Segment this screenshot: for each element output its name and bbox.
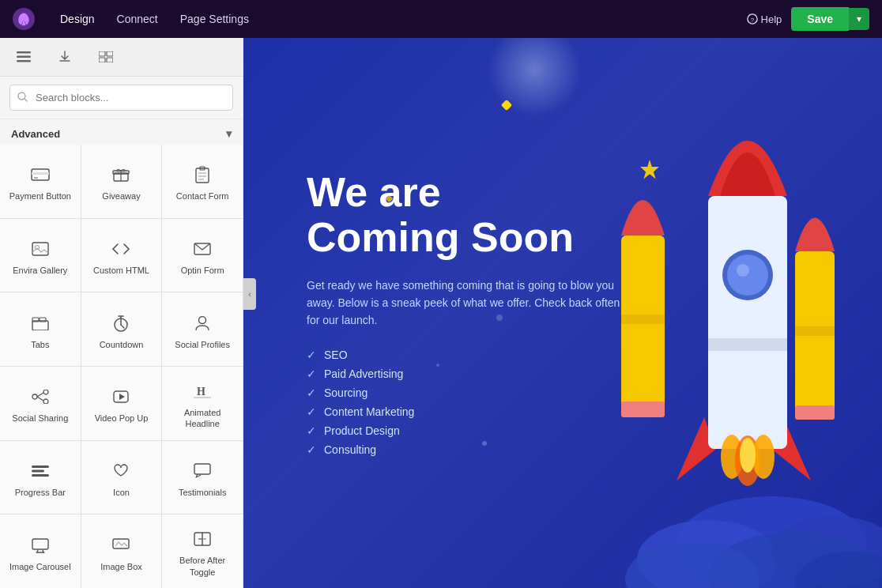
svg-rect-17 xyxy=(196,168,209,183)
main-layout: Advanced ▾ Payment Button Giveaway Conta… xyxy=(0,38,882,588)
svg-rect-73 xyxy=(621,401,665,417)
block-label-contact-form: Contact Form xyxy=(176,190,229,202)
block-label-social-profiles: Social Profiles xyxy=(175,339,230,350)
block-icon-optin-form xyxy=(190,238,215,260)
svg-rect-22 xyxy=(32,243,48,255)
block-icon-image-carousel xyxy=(28,534,53,556)
list-item-text: Product Design xyxy=(324,424,400,437)
svg-point-69 xyxy=(752,435,775,479)
svg-rect-5 xyxy=(99,51,105,56)
svg-rect-71 xyxy=(621,236,665,417)
block-icon-payment-button xyxy=(28,164,53,186)
block-item-animated-headline[interactable]: H Animated Headline xyxy=(162,367,243,440)
block-item-social-sharing[interactable]: Social Sharing xyxy=(0,367,81,440)
check-icon: ✓ xyxy=(307,386,316,399)
nav-design[interactable]: Design xyxy=(60,13,95,25)
block-label-image-box: Image Box xyxy=(100,561,142,572)
block-label-before-after-toggle: Before After Toggle xyxy=(168,555,236,578)
help-label: Help xyxy=(761,13,782,25)
block-item-countdown[interactable]: Countdown xyxy=(81,292,162,366)
block-icon-before-after-toggle xyxy=(190,528,215,550)
block-item-tabs[interactable]: Tabs xyxy=(0,292,81,366)
svg-marker-40 xyxy=(119,394,125,400)
list-item-text: Sourcing xyxy=(324,386,368,399)
blocks-grid: Payment Button Giveaway Contact Form Env… xyxy=(0,145,243,588)
block-item-before-after-toggle[interactable]: Before After Toggle xyxy=(162,514,243,588)
block-label-giveaway: Giveaway xyxy=(102,190,140,202)
svg-rect-3 xyxy=(17,56,31,58)
block-item-icon[interactable]: Icon xyxy=(81,441,162,514)
block-item-optin-form[interactable]: Optin Form xyxy=(162,219,243,292)
save-button-group: Save ▾ xyxy=(791,7,869,31)
svg-rect-51 xyxy=(113,539,129,548)
block-item-social-profiles[interactable]: Social Profiles xyxy=(162,292,243,366)
list-item-text: SEO xyxy=(324,349,348,361)
block-label-countdown: Countdown xyxy=(100,339,144,350)
svg-rect-13 xyxy=(34,177,38,179)
svg-line-30 xyxy=(121,325,124,328)
check-icon: ✓ xyxy=(307,405,316,418)
block-item-giveaway[interactable]: Giveaway xyxy=(81,145,162,218)
nav-connect[interactable]: Connect xyxy=(117,13,158,25)
svg-point-36 xyxy=(43,399,48,404)
chevron-down-icon[interactable]: ▾ xyxy=(226,127,232,140)
dot-decoration-2 xyxy=(436,364,439,367)
block-icon-icon xyxy=(108,460,134,482)
svg-rect-76 xyxy=(795,405,835,420)
section-label: Advanced xyxy=(11,128,60,140)
save-button[interactable]: Save xyxy=(791,7,849,31)
block-label-image-carousel: Image Carousel xyxy=(9,561,71,572)
svg-point-70 xyxy=(740,438,756,473)
block-item-image-box[interactable]: Image Box xyxy=(81,514,162,588)
nav-page-settings[interactable]: Page Settings xyxy=(180,13,249,25)
block-item-image-carousel[interactable]: Image Carousel xyxy=(0,514,81,588)
block-item-payment-button[interactable]: Payment Button xyxy=(0,145,81,218)
svg-rect-66 xyxy=(708,338,787,351)
save-dropdown-button[interactable]: ▾ xyxy=(849,8,869,30)
block-label-tabs: Tabs xyxy=(31,339,49,350)
block-label-custom-html: Custom HTML xyxy=(93,265,149,276)
search-bar-wrap xyxy=(0,77,243,119)
block-item-progress-bar[interactable]: Progress Bar xyxy=(0,441,81,514)
block-icon-social-profiles xyxy=(190,312,215,334)
block-item-envira-gallery[interactable]: Envira Gallery xyxy=(0,219,81,292)
list-item-text: Consulting xyxy=(324,443,376,456)
svg-point-65 xyxy=(737,264,749,277)
canvas: We are Coming Soon Get ready we have som… xyxy=(243,38,882,588)
sidebar-collapse-handle[interactable]: ‹ xyxy=(243,278,256,310)
svg-rect-75 xyxy=(795,326,835,336)
svg-text:H: H xyxy=(197,386,205,398)
logo xyxy=(13,8,35,30)
block-label-envira-gallery: Envira Gallery xyxy=(13,265,67,276)
download-icon-btn[interactable] xyxy=(51,44,79,70)
svg-rect-62 xyxy=(708,196,787,449)
dot-decoration-1 xyxy=(482,441,487,446)
section-header: Advanced ▾ xyxy=(0,119,243,145)
block-item-video-popup[interactable]: Video Pop Up xyxy=(81,367,162,440)
block-item-contact-form[interactable]: Contact Form xyxy=(162,145,243,218)
svg-rect-47 xyxy=(32,539,48,549)
block-item-custom-html[interactable]: Custom HTML xyxy=(81,219,162,292)
block-icon-animated-headline: H xyxy=(190,380,215,402)
svg-rect-7 xyxy=(99,58,105,62)
svg-rect-43 xyxy=(32,466,49,468)
check-icon: ✓ xyxy=(307,349,316,361)
block-item-testimonials[interactable]: Testimonials xyxy=(162,441,243,514)
block-label-optin-form: Optin Form xyxy=(181,265,224,276)
svg-point-35 xyxy=(43,390,48,394)
block-label-social-sharing: Social Sharing xyxy=(12,413,68,424)
list-item-text: Paid Advertising xyxy=(324,368,403,380)
svg-line-37 xyxy=(37,393,43,397)
svg-rect-4 xyxy=(17,60,31,62)
block-icon-custom-html xyxy=(108,238,134,260)
table-icon-btn[interactable] xyxy=(92,44,120,70)
help-button[interactable]: ? Help xyxy=(747,13,782,25)
blocks-icon-btn[interactable] xyxy=(9,44,38,70)
svg-rect-72 xyxy=(621,315,665,324)
block-icon-giveaway xyxy=(108,164,134,186)
block-label-video-popup: Video Pop Up xyxy=(95,413,149,424)
block-label-icon: Icon xyxy=(113,487,130,498)
search-input[interactable] xyxy=(9,85,233,111)
check-icon: ✓ xyxy=(307,443,316,456)
block-icon-contact-form xyxy=(190,164,215,186)
